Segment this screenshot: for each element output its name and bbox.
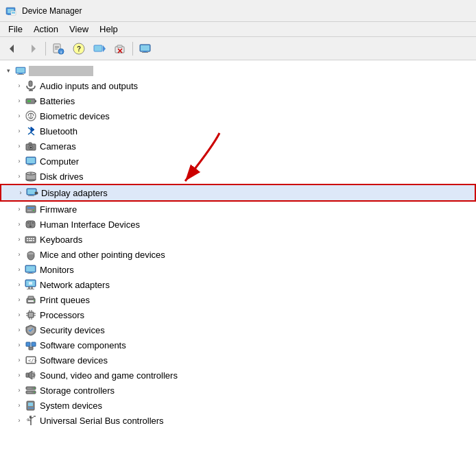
tree-item-firmware[interactable]: › Firmware (0, 202, 476, 217)
svg-rect-55 (27, 189, 36, 194)
svg-rect-48 (29, 164, 32, 165)
tree-item-computer[interactable]: › Computer (0, 154, 476, 169)
svg-rect-29 (17, 74, 24, 75)
svg-point-53 (30, 173, 32, 175)
bluetooth-label: Bluetooth (40, 126, 78, 136)
tree-item-usb[interactable]: › Universal Serial Bus controllers (0, 413, 476, 428)
help-button[interactable]: ? (69, 40, 88, 58)
svg-rect-120 (28, 403, 33, 406)
security-chevron: › (14, 324, 25, 335)
main-content[interactable]: ▾ › (0, 60, 476, 465)
svg-rect-126 (34, 416, 36, 417)
display-icon (26, 187, 38, 199)
usb-icon (25, 414, 37, 427)
svg-rect-82 (27, 273, 34, 274)
keyboard-icon (25, 233, 37, 246)
tree-item-security[interactable]: › Security devices (0, 322, 476, 337)
title-bar-icon (5, 5, 16, 16)
svg-rect-75 (29, 240, 32, 241)
svg-rect-62 (27, 210, 32, 211)
svg-rect-16 (94, 45, 102, 51)
printqueues-label: Print queues (40, 295, 90, 305)
menu-bar: File Action View Help (0, 22, 476, 37)
disk-icon (25, 170, 37, 182)
tree-item-displayadapters[interactable]: › Display adapters (0, 184, 476, 202)
tree-item-diskdrive[interactable]: › Disk drives (0, 169, 476, 184)
disk-chevron: › (14, 171, 25, 182)
update-driver-button[interactable] (90, 40, 109, 58)
tree-item-softwarecomponents[interactable]: › Software components (0, 337, 476, 353)
processors-chevron: › (14, 309, 25, 320)
menu-action[interactable]: Action (28, 23, 64, 36)
svg-marker-39 (31, 132, 34, 135)
back-icon (5, 42, 19, 56)
help-icon: ? (72, 42, 86, 56)
properties-button[interactable]: i (49, 40, 68, 58)
sound-icon (25, 369, 37, 381)
firmware-icon (25, 203, 37, 215)
tree-item-cameras[interactable]: › Cameras (0, 139, 476, 154)
tree-item-bluetooth[interactable]: › Bluetooth (0, 123, 476, 139)
svg-rect-94 (29, 313, 33, 317)
svg-rect-80 (26, 266, 35, 272)
tree-root[interactable]: ▾ (0, 63, 476, 78)
audio-label: Audio inputs and outputs (40, 81, 138, 91)
softwaredev-chevron: › (14, 355, 25, 366)
svg-line-40 (28, 128, 31, 130)
uninstall-button[interactable] (110, 40, 130, 58)
tree-item-mice[interactable]: › Mice and other pointing devices (0, 247, 476, 262)
tree-item-systemdevices[interactable]: › System devices (0, 398, 476, 413)
tree-item-batteries[interactable]: › Batteries (0, 93, 476, 108)
mice-chevron: › (14, 249, 25, 260)
tree-item-sound[interactable]: › Sound, video and game controllers (0, 368, 476, 383)
svg-rect-92 (34, 300, 35, 301)
update-icon (93, 42, 106, 56)
svg-rect-87 (27, 289, 34, 289)
forward-icon (26, 42, 40, 56)
svg-rect-47 (27, 158, 35, 163)
tree-item-hid[interactable]: › Human Interface Devices (0, 217, 476, 232)
tree-item-audio[interactable]: › Audio inputs and outputs (0, 78, 476, 93)
batteries-chevron: › (14, 95, 25, 106)
computer-icon (25, 155, 37, 167)
tree-item-monitors[interactable]: › Monitors (0, 262, 476, 277)
audio-chevron: › (14, 80, 25, 91)
svg-rect-30 (29, 81, 32, 86)
displayadapters-label: Display adapters (41, 188, 108, 198)
usb-chevron: › (14, 415, 25, 426)
forward-button[interactable] (23, 40, 43, 58)
monitor-button[interactable] (136, 40, 155, 58)
svg-marker-17 (103, 45, 106, 52)
displayadapters-chevron: › (15, 187, 26, 198)
back-button[interactable] (3, 40, 22, 58)
menu-file[interactable]: File (3, 23, 28, 36)
svg-rect-58 (35, 192, 38, 194)
hid-label: Human Interface Devices (40, 219, 140, 230)
tree-item-storage[interactable]: › Storage controllers (0, 383, 476, 398)
tree-item-networkadapters[interactable]: › Network adapters (0, 277, 476, 292)
svg-rect-9 (55, 46, 59, 47)
biometric-icon (25, 110, 37, 122)
tree-item-biometric[interactable]: › Biometric devices (0, 108, 476, 123)
sound-chevron: › (14, 370, 25, 381)
svg-rect-10 (55, 47, 59, 48)
system-chevron: › (14, 400, 25, 411)
svg-rect-86 (31, 287, 33, 289)
root-label (29, 66, 93, 76)
svg-rect-23 (141, 45, 150, 51)
root-chevron: ▾ (3, 65, 14, 76)
svg-marker-7 (32, 45, 36, 53)
security-label: Security devices (40, 325, 105, 335)
softwaredev-icon: </> (25, 354, 37, 366)
root-icon (15, 64, 27, 77)
svg-rect-81 (29, 272, 32, 273)
tree-item-softwaredevices[interactable]: › </> Software devices (0, 353, 476, 368)
menu-help[interactable]: Help (94, 23, 123, 36)
tree-item-printqueues[interactable]: › Print queues (0, 292, 476, 307)
bluetooth-icon (25, 125, 37, 137)
tree-item-keyboards[interactable]: › Keyboards (0, 232, 476, 247)
svg-marker-6 (10, 45, 14, 53)
menu-view[interactable]: View (64, 23, 94, 36)
tree-item-processors[interactable]: › Processors (0, 307, 476, 322)
biometric-label: Biometric devices (40, 111, 110, 121)
